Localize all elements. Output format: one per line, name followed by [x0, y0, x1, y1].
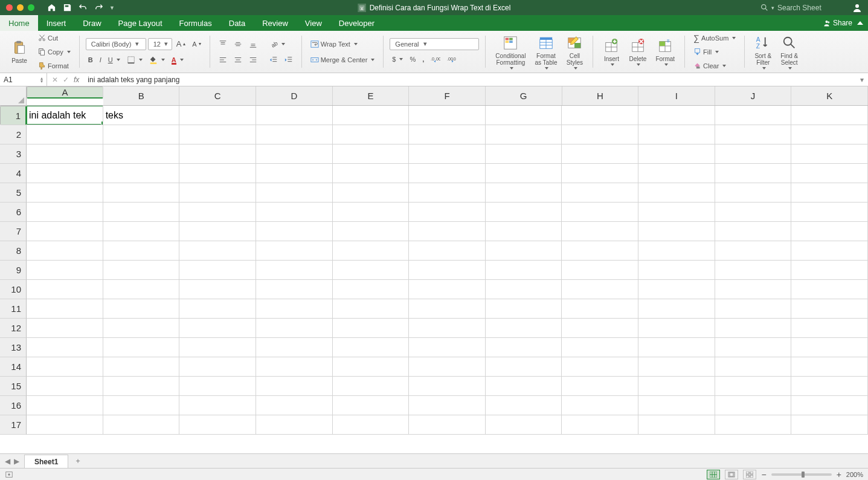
cell[interactable] [638, 183, 715, 202]
cell[interactable] [256, 415, 333, 434]
align-middle-icon[interactable] [231, 37, 245, 51]
fill-button[interactable]: Fill [691, 45, 738, 59]
cell[interactable] [256, 319, 333, 337]
cell[interactable] [715, 144, 792, 163]
cell[interactable] [27, 377, 103, 395]
copy-button[interactable]: Copy [36, 45, 73, 59]
cell[interactable] [27, 357, 103, 376]
tab-home[interactable]: Home [0, 15, 38, 31]
merge-center-button[interactable]: Merge & Center [308, 53, 378, 66]
cell[interactable] [409, 357, 486, 376]
fill-color-button[interactable] [147, 53, 167, 66]
row-header[interactable]: 14 [0, 357, 27, 377]
cell[interactable] [562, 183, 638, 202]
cell[interactable] [103, 415, 180, 434]
cell[interactable] [179, 299, 256, 318]
underline-button[interactable]: U [106, 53, 123, 66]
cancel-formula-icon[interactable]: ✕ [52, 76, 58, 84]
cell[interactable] [256, 377, 333, 395]
collapse-ribbon-icon[interactable] [857, 21, 863, 25]
cell[interactable] [638, 299, 715, 318]
cell[interactable] [179, 415, 256, 434]
cell[interactable] [638, 415, 715, 434]
cell[interactable] [715, 261, 792, 279]
page-layout-view-icon[interactable] [725, 470, 738, 479]
column-header[interactable]: A [27, 86, 103, 99]
cell[interactable] [715, 183, 792, 202]
format-painter-button[interactable]: Format [36, 59, 73, 73]
cell[interactable] [333, 377, 410, 395]
cell[interactable] [486, 396, 562, 415]
cell[interactable] [715, 164, 792, 183]
tab-developer[interactable]: Developer [330, 15, 383, 31]
cell[interactable] [333, 299, 410, 318]
cell[interactable] [103, 144, 180, 163]
cell[interactable] [333, 222, 410, 241]
cell[interactable] [791, 396, 868, 415]
cell[interactable] [638, 106, 715, 125]
cell[interactable] [791, 357, 868, 376]
cell[interactable] [179, 164, 256, 183]
cell[interactable] [256, 203, 333, 221]
tab-page-layout[interactable]: Page Layout [110, 15, 171, 31]
cell[interactable] [256, 299, 333, 318]
cell[interactable] [103, 338, 180, 357]
sort-filter-button[interactable]: AZSort & Filter [751, 34, 775, 70]
align-bottom-icon[interactable] [246, 37, 260, 51]
cell[interactable] [638, 377, 715, 395]
cut-button[interactable]: Cut [36, 31, 73, 45]
decrease-decimal-icon[interactable]: .00.0 [445, 53, 459, 66]
cell[interactable] [715, 299, 792, 318]
cell[interactable] [333, 106, 410, 125]
cell[interactable] [103, 319, 180, 337]
cell[interactable] [486, 377, 562, 395]
increase-indent-icon[interactable] [282, 53, 295, 66]
cell[interactable] [256, 164, 333, 183]
search-sheet[interactable]: ▾ [760, 4, 844, 12]
font-size-select[interactable]: 12▾ [148, 38, 172, 50]
cell[interactable] [791, 261, 868, 279]
cell[interactable] [179, 125, 256, 144]
cell[interactable] [715, 241, 792, 260]
row-header[interactable]: 6 [0, 203, 27, 222]
increase-font-icon[interactable]: A▴ [174, 37, 188, 51]
zoom-slider[interactable] [771, 473, 832, 476]
decrease-indent-icon[interactable] [267, 53, 280, 66]
cell[interactable] [103, 203, 180, 221]
cell[interactable] [409, 280, 486, 299]
cell[interactable] [27, 125, 103, 144]
cell[interactable] [27, 203, 103, 221]
home-icon[interactable] [47, 3, 56, 13]
italic-button[interactable]: I [97, 53, 104, 66]
cell[interactable] [27, 222, 103, 241]
clear-button[interactable]: Clear [691, 59, 738, 73]
cell[interactable] [638, 144, 715, 163]
cell[interactable] [27, 164, 103, 183]
row-header[interactable]: 2 [0, 125, 27, 144]
normal-view-icon[interactable] [707, 470, 720, 479]
insert-cells-button[interactable]: Insert [599, 37, 623, 66]
cell[interactable] [486, 415, 562, 434]
row-header[interactable]: 4 [0, 164, 27, 183]
column-header[interactable]: E [333, 86, 410, 105]
cell[interactable] [638, 203, 715, 221]
cell[interactable] [562, 357, 638, 376]
cell[interactable] [179, 357, 256, 376]
cell[interactable] [27, 299, 103, 318]
cell[interactable] [715, 357, 792, 376]
cell[interactable] [27, 338, 103, 357]
name-box[interactable]: A1▴▾ [0, 73, 47, 86]
cell[interactable] [333, 203, 410, 221]
cell[interactable] [791, 203, 868, 221]
cell[interactable] [715, 280, 792, 299]
cell[interactable] [179, 222, 256, 241]
cell[interactable] [27, 261, 103, 279]
add-sheet-icon[interactable]: ＋ [68, 456, 88, 466]
cell[interactable] [103, 280, 180, 299]
macro-record-icon[interactable] [5, 470, 13, 479]
cell[interactable] [638, 396, 715, 415]
cell[interactable] [333, 241, 410, 260]
cell[interactable] [409, 203, 486, 221]
cell[interactable] [256, 125, 333, 144]
column-header[interactable]: C [179, 86, 256, 105]
